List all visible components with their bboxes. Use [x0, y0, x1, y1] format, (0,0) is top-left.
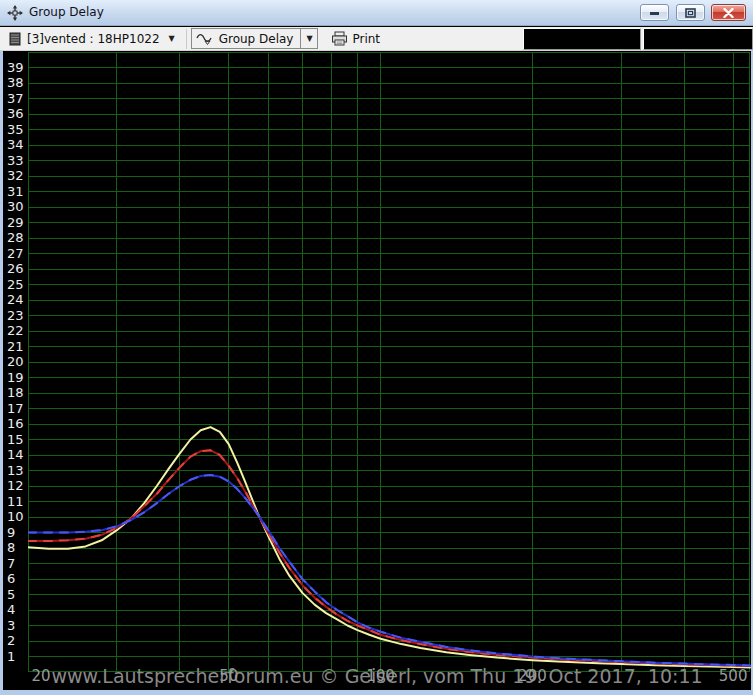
toolbar: [3]vented : 18HP1022 ▼ Group Delay ▼ Pri…: [0, 27, 753, 51]
gridlines: [28, 52, 750, 672]
y-tick-label: 10: [7, 509, 27, 525]
titlebar: Group Delay: [0, 0, 753, 26]
print-button-label: Print: [352, 32, 380, 46]
y-tick-label: 30: [7, 199, 27, 215]
y-tick-label: 2: [7, 633, 27, 649]
y-tick-label: 5: [7, 587, 27, 603]
print-button[interactable]: Print: [326, 28, 385, 50]
mode-button-label: Group Delay: [219, 32, 294, 46]
y-tick-label: 37: [7, 91, 27, 107]
y-tick-label: 32: [7, 168, 27, 184]
group-delay-yellow-curve: [28, 427, 750, 667]
printer-icon: [331, 31, 348, 46]
wave-icon: [196, 32, 214, 46]
y-tick-label: 14: [7, 447, 27, 463]
chevron-down-icon: ▼: [166, 34, 178, 43]
y-tick-label: 9: [7, 525, 27, 541]
readout-right: [643, 28, 753, 50]
y-tick-label: 13: [7, 463, 27, 479]
y-tick-label: 27: [7, 246, 27, 262]
y-tick-label: 23: [7, 308, 27, 324]
y-tick-label: 31: [7, 184, 27, 200]
driver-select[interactable]: [3]vented : 18HP1022 ▼: [5, 28, 182, 50]
y-tick-label: 34: [7, 137, 27, 153]
y-tick-label: 12: [7, 478, 27, 494]
toolbar-separator: [186, 29, 187, 49]
y-tick-label: 22: [7, 323, 27, 339]
y-tick-label: 7: [7, 556, 27, 572]
driver-select-value: [3]vented : 18HP1022: [27, 32, 160, 46]
chevron-down-icon: ▼: [303, 34, 315, 43]
curves: [28, 427, 750, 667]
y-tick-label: 16: [7, 416, 27, 432]
x-tick-label: 500: [719, 667, 748, 685]
y-tick-label: 17: [7, 401, 27, 417]
y-tick-label: 1: [7, 649, 27, 665]
y-tick-label: 38: [7, 75, 27, 91]
x-tick-label: 100: [366, 667, 395, 685]
close-button[interactable]: [711, 4, 746, 21]
mode-dropdown-button[interactable]: ▼: [301, 28, 318, 49]
minimize-button[interactable]: [640, 4, 669, 21]
x-tick-label: 50: [219, 667, 238, 685]
y-tick-label: 20: [7, 354, 27, 370]
y-tick-label: 21: [7, 339, 27, 355]
crosshair-axes-icon: [7, 5, 23, 21]
y-tick-label: 36: [7, 106, 27, 122]
y-tick-label: 11: [7, 494, 27, 510]
group-delay-chart: www.Lautsprecherforum.eu © Geiserl, vom …: [0, 51, 753, 695]
y-tick-label: 6: [7, 571, 27, 587]
maximize-button[interactable]: [676, 4, 705, 21]
mode-button[interactable]: Group Delay: [191, 28, 302, 49]
window-title: Group Delay: [29, 5, 104, 19]
y-tick-label: 8: [7, 540, 27, 556]
readout-left: [523, 28, 641, 50]
maximize-icon: [685, 8, 696, 18]
driver-icon: [9, 32, 21, 46]
y-tick-label: 19: [7, 370, 27, 386]
y-tick-label: 26: [7, 261, 27, 277]
y-tick-label: 25: [7, 277, 27, 293]
y-tick-label: 28: [7, 230, 27, 246]
y-tick-label: 29: [7, 215, 27, 231]
y-tick-label: 4: [7, 602, 27, 618]
close-icon: [723, 8, 734, 18]
group-delay-window: Group Delay [3]vented : 18HP1022 ▼ Gr: [0, 0, 753, 695]
y-tick-label: 15: [7, 432, 27, 448]
x-tick-label: 200: [518, 667, 547, 685]
minimize-icon: [649, 8, 660, 17]
y-tick-label: 39: [7, 60, 27, 76]
y-tick-label: 18: [7, 385, 27, 401]
y-tick-label: 33: [7, 153, 27, 169]
x-tick-label: 20: [31, 667, 50, 685]
readout-panels: [523, 28, 753, 50]
y-tick-label: 35: [7, 122, 27, 138]
plot-area: [28, 52, 751, 673]
y-tick-label: 24: [7, 292, 27, 308]
y-tick-label: 3: [7, 618, 27, 634]
